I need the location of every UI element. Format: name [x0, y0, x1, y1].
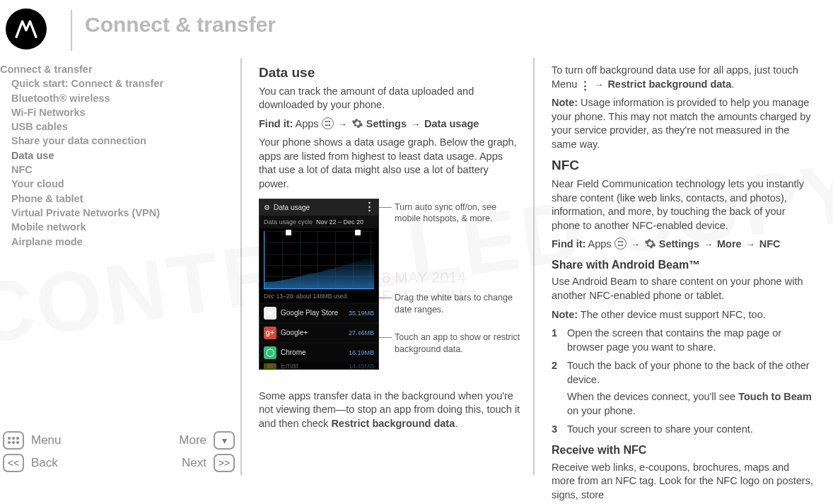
find-it-settings: Settings	[659, 238, 699, 250]
page-title: Connect & transfer	[85, 13, 276, 37]
step-continuation: When the devices connect, you'll see Tou…	[567, 390, 813, 418]
next-icon[interactable]: >>	[214, 454, 235, 472]
phone-screenshot: ⚙ Data usage Data usage cycle Nov 22 – D…	[259, 199, 379, 370]
toc-item[interactable]: Virtual Private Networks (VPN)	[0, 206, 233, 220]
gear-icon	[351, 117, 363, 129]
overflow-menu-icon	[364, 205, 374, 209]
arrow-icon: →	[594, 79, 603, 90]
app-name: Email	[281, 362, 344, 369]
app-icon: ▶	[264, 307, 276, 320]
settings-small-icon: ⚙	[264, 203, 270, 213]
gear-icon	[644, 238, 656, 250]
range-handle-right	[355, 230, 361, 235]
column-divider-2	[533, 58, 535, 475]
app-icon: ✉	[264, 362, 276, 369]
section-heading-data-use: Data use	[259, 64, 520, 82]
find-it-line: Find it: Apps → Settings → Data usage	[259, 117, 520, 131]
usage-graph	[264, 231, 374, 289]
app-row: ◯Chrome16.19MB	[260, 342, 378, 362]
app-icon: ◯	[264, 346, 276, 359]
step-item: Open the screen that contains the map pa…	[552, 327, 813, 354]
toc-item[interactable]: Bluetooth® wireless	[0, 91, 233, 105]
callout-restrict: Touch an app to show or restrict backgro…	[395, 332, 520, 356]
app-row: g+Google+27.46MB	[260, 322, 378, 342]
toc-item[interactable]: Mobile network	[0, 220, 233, 234]
callout-drag: Drag the white bars to change date range…	[395, 292, 520, 316]
header-divider	[71, 10, 72, 51]
toc-item[interactable]: Phone & tablet	[0, 192, 233, 206]
note-body: Usage information is provided to help yo…	[552, 97, 810, 150]
body-text: Some apps transfer data in the backgroun…	[259, 389, 520, 431]
apps-icon	[614, 238, 627, 250]
find-it-label: Find it:	[259, 118, 293, 129]
toc-item[interactable]: Wi-Fi Networks	[0, 105, 233, 119]
find-it-apps: Apps	[588, 238, 612, 250]
find-it-target: NFC	[759, 238, 781, 250]
menu-button[interactable]: Menu	[24, 433, 119, 447]
app-icon: g+	[264, 327, 276, 339]
body-text: Your phone shows a data usage graph. Bel…	[259, 136, 520, 191]
app-name: Google Play Store	[281, 308, 344, 318]
arrow-icon: →	[631, 239, 640, 250]
back-button[interactable]: Back	[24, 456, 119, 470]
column-divider-1	[240, 58, 242, 475]
overflow-menu-icon	[580, 84, 590, 87]
toc-item[interactable]: USB cables	[0, 119, 233, 134]
toc-item[interactable]: Share your data connection	[0, 134, 233, 148]
toc-item[interactable]: NFC	[0, 163, 233, 177]
body-text: Use Android Beam to share content on you…	[552, 275, 813, 303]
find-it-apps: Apps	[296, 118, 319, 129]
subheading-receive: Receive with NFC	[552, 443, 813, 458]
usage-summary: Dec 13–20: about 148MB used.	[260, 291, 378, 302]
motorola-logo	[6, 8, 47, 49]
body-text-bold: Restrict background data	[607, 78, 731, 90]
body-text-fragment: .	[731, 78, 734, 90]
find-it-target: Data usage	[424, 118, 479, 129]
app-size: 27.46MB	[349, 329, 374, 337]
back-icon[interactable]: <<	[3, 454, 24, 472]
apps-icon	[322, 117, 334, 129]
callout-sync: Turn auto sync off/on, see mobile hotspo…	[395, 201, 520, 225]
body-text-fragment: .	[455, 418, 458, 429]
range-handle-left	[286, 230, 291, 235]
arrow-icon: →	[704, 239, 713, 250]
note-text: Note: The other device must support NFC,…	[552, 308, 813, 322]
body-text-bold: Restrict background data	[331, 418, 455, 429]
note-body: The other device must support NFC, too.	[578, 309, 766, 320]
find-it-more: More	[717, 238, 742, 250]
arrow-icon: →	[746, 239, 755, 250]
toc-item[interactable]: Airplane mode	[0, 235, 233, 249]
body-text: To turn off background data use for all …	[552, 64, 813, 91]
toc-item[interactable]: Quick start: Connect & transfer	[0, 76, 233, 90]
body-text: Near Field Communication technology lets…	[552, 177, 813, 233]
note-text: Note: Usage information is provided to h…	[552, 96, 813, 151]
body-text: You can track the amount of data uploade…	[259, 85, 520, 112]
app-row: ✉Email14.45MB	[260, 362, 378, 369]
cycle-value: Nov 22 – Dec 20	[316, 218, 363, 225]
arrow-icon: →	[338, 119, 347, 129]
more-button[interactable]: More	[119, 433, 214, 447]
find-it-line: Find it: Apps → Settings → More → NFC	[552, 238, 813, 252]
section-heading-nfc: NFC	[552, 156, 813, 175]
note-label: Note:	[552, 97, 578, 108]
note-label: Note:	[552, 309, 578, 320]
app-size: 16.19MB	[349, 348, 374, 357]
app-row: ▶Google Play Store35.19MB	[260, 303, 378, 322]
step-item: Touch your screen to share your content.	[552, 423, 813, 437]
more-icon[interactable]: ▾	[214, 431, 235, 450]
find-it-label: Find it:	[552, 238, 586, 250]
next-button[interactable]: Next	[119, 456, 214, 470]
app-size: 14.45MB	[349, 362, 374, 369]
app-name: Google+	[281, 328, 344, 338]
toc-section[interactable]: Connect & transfer	[0, 62, 233, 76]
menu-icon[interactable]	[3, 431, 24, 450]
app-size: 35.19MB	[349, 309, 374, 317]
app-name: Chrome	[281, 348, 344, 358]
table-of-contents: Connect & transfer Quick start: Connect …	[0, 62, 233, 249]
arrow-icon: →	[411, 119, 420, 129]
toc-item[interactable]: Your cloud	[0, 177, 233, 191]
toc-item[interactable]: Data use	[0, 148, 233, 163]
subheading-beam: Share with Android Beam™	[552, 257, 813, 273]
body-text: Receive web links, e-coupons, brochures,…	[552, 461, 813, 503]
find-it-settings: Settings	[366, 118, 407, 129]
